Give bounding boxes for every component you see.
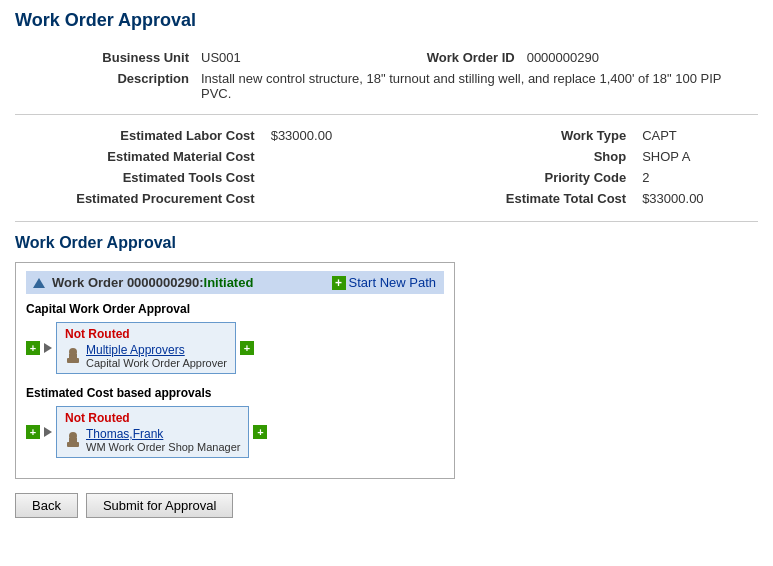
submit-button[interactable]: Submit for Approval	[86, 493, 233, 518]
approval-header: Work Order 0000000290:Initiated + Start …	[26, 271, 444, 294]
estimated-material-cost-label: Estimated Material Cost	[15, 146, 263, 167]
svg-rect-3	[67, 442, 79, 447]
estimated-approver-role: WM Work Order Shop Manager	[86, 441, 240, 453]
estimated-procurement-cost-label: Estimated Procurement Cost	[15, 188, 263, 209]
capital-group-label: Capital Work Order Approval	[26, 302, 444, 316]
priority-code-value: 2	[634, 167, 758, 188]
estimated-not-routed-status: Not Routed	[65, 411, 240, 425]
estimated-tools-cost-value	[263, 167, 387, 188]
shop-value: SHOP A	[634, 146, 758, 167]
approval-section-title: Work Order Approval	[15, 234, 758, 252]
estimated-approver-row: Thomas,Frank WM Work Order Shop Manager	[65, 427, 240, 453]
work-order-id-label: Work Order ID	[341, 47, 521, 68]
estimated-procurement-cost-value	[263, 188, 387, 209]
collapse-icon[interactable]	[33, 278, 45, 288]
work-type-label: Work Type	[386, 125, 634, 146]
capital-arrow-icon	[44, 343, 52, 353]
business-unit-label: Business Unit	[15, 47, 195, 68]
estimated-add-after-icon[interactable]: +	[253, 425, 267, 439]
approval-header-label: Work Order 0000000290:Initiated	[52, 275, 253, 290]
approval-box: Work Order 0000000290:Initiated + Start …	[15, 262, 455, 479]
capital-approver-person-icon	[65, 348, 81, 364]
estimated-arrow-icon	[44, 427, 52, 437]
capital-approver-name[interactable]: Multiple Approvers	[86, 343, 227, 357]
estimated-tools-cost-label: Estimated Tools Cost	[15, 167, 263, 188]
estimate-total-cost-value: $33000.00	[634, 188, 758, 209]
estimated-labor-cost-label: Estimated Labor Cost	[15, 125, 263, 146]
estimated-add-before-icon[interactable]: +	[26, 425, 40, 439]
estimated-approver-name[interactable]: Thomas,Frank	[86, 427, 240, 441]
estimated-cost-group-label: Estimated Cost based approvals	[26, 386, 444, 400]
work-type-value: CAPT	[634, 125, 758, 146]
back-button[interactable]: Back	[15, 493, 78, 518]
capital-route-row: + Not Routed Multiple Approvers Capital …	[26, 322, 444, 374]
estimated-approver-person-icon	[65, 432, 81, 448]
info-section: Business Unit US001 Work Order ID 000000…	[15, 47, 758, 222]
svg-point-5	[69, 432, 77, 440]
estimated-route-row: + Not Routed Thomas,Frank WM Work Order …	[26, 406, 444, 458]
capital-approver-row: Multiple Approvers Capital Work Order Ap…	[65, 343, 227, 369]
description-label: Description	[15, 68, 195, 104]
priority-code-label: Priority Code	[386, 167, 634, 188]
buttons-row: Back Submit for Approval	[15, 493, 758, 518]
estimated-labor-cost-value: $33000.00	[263, 125, 387, 146]
page-title: Work Order Approval	[15, 10, 758, 31]
capital-approver-role: Capital Work Order Approver	[86, 357, 227, 369]
svg-point-2	[69, 348, 77, 356]
estimated-material-cost-value	[263, 146, 387, 167]
capital-add-after-icon[interactable]: +	[240, 341, 254, 355]
capital-not-routed-status: Not Routed	[65, 327, 227, 341]
start-new-path-label: Start New Path	[349, 275, 436, 290]
work-order-id-value: 0000000290	[521, 47, 758, 68]
capital-add-before-icon[interactable]: +	[26, 341, 40, 355]
start-new-path-plus-icon: +	[332, 276, 346, 290]
estimated-route-card: Not Routed Thomas,Frank WM Work Order Sh…	[56, 406, 249, 458]
shop-label: Shop	[386, 146, 634, 167]
start-new-path-button[interactable]: + Start New Path	[332, 275, 436, 290]
description-value: Install new control structure, 18" turno…	[195, 68, 758, 104]
estimate-total-cost-label: Estimate Total Cost	[386, 188, 634, 209]
capital-route-card: Not Routed Multiple Approvers Capital Wo…	[56, 322, 236, 374]
business-unit-value: US001	[195, 47, 341, 68]
svg-rect-0	[67, 358, 79, 363]
